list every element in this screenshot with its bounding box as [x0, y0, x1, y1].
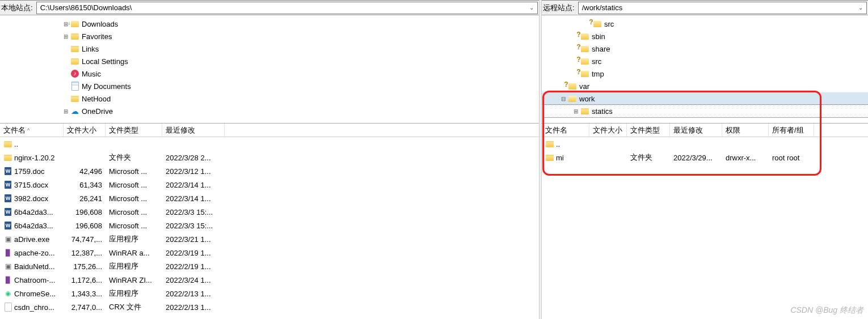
- cell-owner: root root: [769, 151, 814, 164]
- cell-size: [64, 142, 106, 146]
- doc-icon: [70, 82, 79, 91]
- cell-perm: drwxr-x...: [722, 151, 769, 164]
- tree-item[interactable]: NetHood: [0, 92, 539, 105]
- tree-item[interactable]: ⊟work: [542, 92, 868, 105]
- list-item[interactable]: apache-zo...12,387,...WinRAR a...2022/3/…: [0, 246, 539, 260]
- filename-text: csdn_chro...: [14, 303, 54, 312]
- folder-down: [70, 19, 79, 28]
- list-item[interactable]: 1759.doc42,496Microsoft ...2022/3/12 1..…: [0, 164, 539, 178]
- cell-size: 61,343: [64, 178, 106, 192]
- list-item[interactable]: nginx-1.20.2文件夹2022/3/28 2...: [0, 151, 539, 164]
- tree-item-label: var: [579, 82, 589, 91]
- cell-type: Microsoft ...: [106, 178, 162, 192]
- tree-item[interactable]: share: [542, 42, 868, 55]
- tree-item[interactable]: ⊞Downloads: [0, 18, 539, 30]
- expander-icon[interactable]: ⊞: [572, 108, 579, 114]
- tree-item-label: Local Settings: [82, 57, 128, 66]
- col-filename[interactable]: 文件名: [542, 124, 589, 137]
- list-item[interactable]: aDrive.exe74,747,...应用程序2022/3/21 1...: [0, 232, 539, 246]
- tree-item[interactable]: sbin: [542, 30, 868, 42]
- cell-name: mi: [542, 151, 589, 164]
- remote-tree[interactable]: srcsbinsharesrctmpvar⊟work⊞statics: [542, 15, 868, 123]
- cell-date: 2022/2/13 1...: [162, 301, 225, 314]
- local-path-input[interactable]: C:\Users\86150\Downloads\ ⌄: [36, 2, 538, 14]
- tree-item-label: Links: [82, 45, 99, 53]
- cell-date: 2022/3/21 1...: [162, 233, 225, 246]
- tree-item[interactable]: Local Settings: [0, 55, 539, 67]
- folder-q: [580, 44, 589, 53]
- col-size[interactable]: 文件大小: [64, 124, 106, 137]
- expander-icon[interactable]: ⊞: [62, 108, 69, 114]
- cell-name: ..: [0, 137, 64, 151]
- list-item[interactable]: BaiduNetd...175,26...应用程序2022/2/19 1...: [0, 260, 539, 273]
- cell-type: [106, 142, 162, 146]
- tree-item[interactable]: src: [542, 55, 868, 67]
- cell-date: 2022/3/12 1...: [162, 165, 225, 178]
- sort-asc-icon[interactable]: ^: [27, 127, 30, 133]
- cell-name: 6b4a2da3...: [0, 219, 64, 232]
- cell-name: 1759.doc: [0, 164, 64, 178]
- expander-icon[interactable]: ⊟: [560, 96, 567, 102]
- col-size[interactable]: 文件大小: [589, 124, 627, 137]
- folder-icon: [545, 153, 554, 162]
- cell-size: 196,608: [64, 219, 106, 232]
- col-perm[interactable]: 权限: [722, 124, 769, 137]
- filename-text: aDrive.exe: [14, 235, 49, 244]
- remote-path-bar: 远程站点: /work/statics ⌄: [542, 1, 868, 15]
- local-pane: 本地站点: C:\Users\86150\Downloads\ ⌄ ⊞Downl…: [0, 0, 539, 319]
- local-list-header[interactable]: 文件名^ 文件大小 文件类型 最近修改: [0, 124, 539, 137]
- list-item[interactable]: ChromeSe...1,343,3...应用程序2022/2/13 1...: [0, 287, 539, 300]
- cell-type: 文件夹: [106, 150, 162, 165]
- tree-item[interactable]: Links: [0, 42, 539, 55]
- col-type[interactable]: 文件类型: [106, 124, 162, 137]
- col-filename[interactable]: 文件名^: [0, 124, 64, 137]
- cell-date: 2022/3/3 15:...: [162, 219, 225, 232]
- list-item[interactable]: 6b4a2da3...196,608Microsoft ...2022/3/3 …: [0, 205, 539, 219]
- filename-text: mi: [556, 154, 564, 162]
- list-item[interactable]: 3715.docx61,343Microsoft ...2022/3/14 1.…: [0, 178, 539, 192]
- col-date[interactable]: 最近修改: [670, 124, 722, 137]
- dropdown-arrow-icon[interactable]: ⌄: [858, 5, 863, 11]
- tree-item-label: statics: [592, 107, 613, 116]
- local-file-list[interactable]: 文件名^ 文件大小 文件类型 最近修改 ..nginx-1.20.2文件夹202…: [0, 123, 539, 318]
- list-item[interactable]: Chatroom-...1,172,6...WinRAR ZI...2022/3…: [0, 273, 539, 287]
- tree-item[interactable]: src: [542, 18, 868, 30]
- cell-name: 3982.docx: [0, 192, 64, 205]
- remote-file-list[interactable]: 文件名 文件大小 文件类型 最近修改 权限 所有者/组 ..mi文件夹2022/…: [542, 123, 868, 318]
- remote-list-header[interactable]: 文件名 文件大小 文件类型 最近修改 权限 所有者/组: [542, 124, 868, 137]
- filename-text: ..: [14, 140, 18, 148]
- cell-size: 1,172,6...: [64, 274, 106, 287]
- tree-item[interactable]: My Documents: [0, 80, 539, 92]
- tree-item[interactable]: var: [542, 80, 868, 92]
- tree-item[interactable]: tmp: [542, 67, 868, 80]
- rar-icon: [3, 275, 12, 284]
- list-item[interactable]: mi文件夹2022/3/29...drwxr-x...root root: [542, 151, 868, 164]
- cell-date: 2022/3/14 1...: [162, 192, 225, 205]
- expander-icon[interactable]: ⊞: [62, 33, 69, 40]
- list-item[interactable]: csdn_chro...2,747,0...CRX 文件2022/2/13 1.…: [0, 300, 539, 314]
- tree-item-label: NetHood: [82, 95, 111, 103]
- cell-date: 2022/3/14 1...: [162, 178, 225, 192]
- dropdown-arrow-icon[interactable]: ⌄: [529, 5, 534, 11]
- cell-type: Microsoft ...: [106, 206, 162, 219]
- folder-icon: [70, 44, 79, 53]
- cell-size: 175,26...: [64, 260, 106, 273]
- tree-item-label: src: [592, 57, 601, 66]
- tree-item[interactable]: ⊞Favorites: [0, 30, 539, 42]
- col-date[interactable]: 最近修改: [162, 124, 225, 137]
- cell-date: 2022/3/3 15:...: [162, 206, 225, 219]
- list-item[interactable]: ..: [542, 137, 868, 151]
- tree-item[interactable]: ⊞OneDrive: [0, 105, 539, 117]
- col-type[interactable]: 文件类型: [627, 124, 670, 137]
- tree-item[interactable]: ⊞statics: [542, 105, 868, 117]
- list-item[interactable]: 6b4a2da3...196,608Microsoft ...2022/3/3 …: [0, 219, 539, 232]
- remote-path-input[interactable]: /work/statics ⌄: [578, 2, 867, 14]
- filename-text: 3715.docx: [14, 181, 48, 189]
- cell-type: 应用程序: [106, 232, 162, 246]
- list-item[interactable]: ..: [0, 137, 539, 151]
- col-owner[interactable]: 所有者/组: [769, 124, 814, 137]
- local-tree[interactable]: ⊞Downloads⊞FavoritesLinksLocal SettingsM…: [0, 15, 539, 123]
- list-item[interactable]: 3982.docx26,241Microsoft ...2022/3/14 1.…: [0, 192, 539, 205]
- cell-size: 12,387,...: [64, 246, 106, 260]
- tree-item[interactable]: Music: [0, 67, 539, 80]
